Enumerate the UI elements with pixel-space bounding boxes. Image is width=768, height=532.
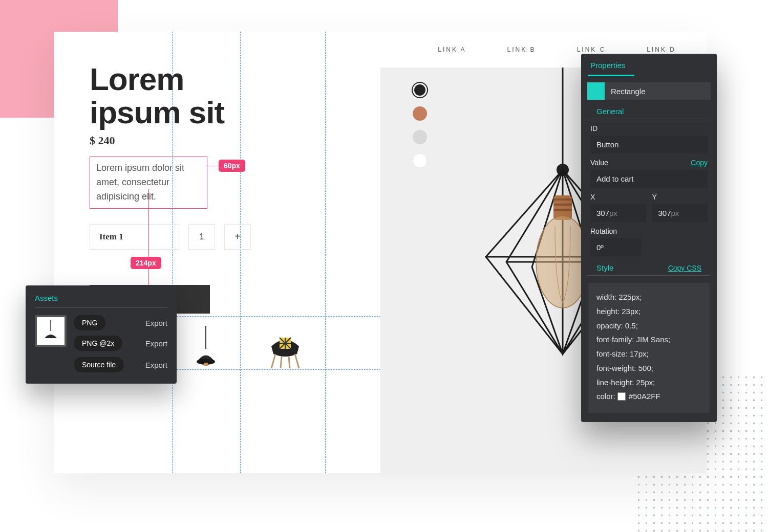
thumbnail-chair[interactable] bbox=[266, 323, 305, 369]
product-title: Lorem ipsum sit bbox=[90, 62, 335, 129]
format-chip-source[interactable]: Source file bbox=[74, 357, 124, 372]
value-label: Value bbox=[590, 159, 608, 167]
nav-link-c[interactable]: LINK C bbox=[577, 46, 606, 53]
rotation-input[interactable]: 0º bbox=[590, 238, 642, 256]
css-output[interactable]: width: 225px; height: 23px; opacity: 0.5… bbox=[588, 283, 710, 413]
css-line-color: color: #50A2FF bbox=[596, 389, 701, 404]
properties-tab[interactable]: Properties bbox=[581, 54, 717, 75]
asset-row-source: Source file Export bbox=[35, 357, 167, 372]
css-line: font-size: 17px; bbox=[596, 347, 701, 361]
assets-panel-title: Assets bbox=[35, 294, 167, 308]
css-line: font-family: JIM Sans; bbox=[596, 332, 701, 347]
element-type-swatch bbox=[587, 82, 605, 100]
y-label: Y bbox=[652, 193, 708, 201]
format-chip-png[interactable]: PNG bbox=[74, 315, 105, 330]
copy-css-link[interactable]: Copy CSS bbox=[668, 264, 701, 272]
svg-line-18 bbox=[295, 354, 299, 368]
swatch-copper[interactable] bbox=[413, 106, 427, 121]
y-input[interactable]: 307px bbox=[652, 204, 708, 222]
x-input[interactable]: 307px bbox=[590, 204, 646, 222]
format-chip-png2x[interactable]: PNG @2x bbox=[74, 336, 122, 351]
quantity-value: 1 bbox=[188, 224, 215, 250]
tab-underline bbox=[588, 75, 634, 76]
x-label: X bbox=[590, 193, 646, 201]
svg-line-17 bbox=[271, 354, 275, 368]
copy-value-link[interactable]: Copy bbox=[691, 159, 708, 167]
thumbnail-row bbox=[187, 323, 305, 369]
asset-row-png: PNG Export bbox=[74, 315, 167, 330]
export-link[interactable]: Export bbox=[145, 319, 167, 327]
nav-link-b[interactable]: LINK B bbox=[507, 46, 536, 53]
nav-link-d[interactable]: LINK D bbox=[647, 46, 676, 53]
value-input[interactable]: Add to cart bbox=[590, 170, 708, 188]
swatch-gray[interactable] bbox=[413, 130, 427, 144]
svg-rect-10 bbox=[553, 204, 572, 206]
element-type-row: Rectangle bbox=[587, 82, 711, 100]
measure-badge-60px: 60px bbox=[219, 160, 245, 172]
swatch-black[interactable] bbox=[413, 83, 427, 97]
nav-link-a[interactable]: LINK A bbox=[438, 46, 466, 53]
css-line: height: 23px; bbox=[596, 304, 701, 319]
swatch-white[interactable] bbox=[413, 153, 427, 168]
measure-badge-214px: 214px bbox=[131, 257, 161, 269]
id-input[interactable]: Button bbox=[590, 136, 708, 153]
product-price: $ 240 bbox=[90, 134, 335, 147]
export-link[interactable]: Export bbox=[145, 361, 167, 369]
thumbnail-lamp[interactable] bbox=[187, 323, 225, 369]
css-line: line-height: 25px; bbox=[596, 375, 701, 390]
color-swatch-icon bbox=[617, 392, 626, 401]
svg-rect-11 bbox=[553, 209, 572, 211]
item-select[interactable]: Item 1 bbox=[90, 224, 179, 250]
product-content: Lorem ipsum sit $ 240 Lorem ipsum dolor … bbox=[90, 62, 335, 314]
color-swatches bbox=[413, 83, 427, 168]
export-link[interactable]: Export bbox=[145, 339, 167, 348]
assets-panel[interactable]: Assets PNG Export PNG @2x Export Source … bbox=[26, 285, 177, 384]
css-line: width: 225px; bbox=[596, 290, 701, 304]
quantity-plus-button[interactable]: + bbox=[224, 224, 251, 250]
css-line: opacity: 0.5; bbox=[596, 319, 701, 333]
section-general: General bbox=[587, 100, 711, 119]
rotation-label: Rotation bbox=[590, 227, 708, 235]
css-line: font-weight: 500; bbox=[596, 361, 701, 375]
svg-rect-9 bbox=[553, 198, 572, 201]
svg-line-19 bbox=[281, 357, 282, 368]
asset-thumbnail[interactable] bbox=[35, 315, 67, 347]
section-style: Style bbox=[596, 263, 613, 272]
element-type-label: Rectangle bbox=[605, 87, 652, 96]
asset-row-png2x: PNG @2x Export bbox=[74, 336, 167, 351]
svg-rect-15 bbox=[204, 363, 208, 366]
svg-line-20 bbox=[289, 357, 290, 368]
properties-panel[interactable]: Properties Rectangle General ID Button V… bbox=[581, 54, 717, 422]
id-label: ID bbox=[590, 124, 708, 132]
nav-links: LINK A LINK B LINK C LINK D bbox=[438, 46, 676, 53]
